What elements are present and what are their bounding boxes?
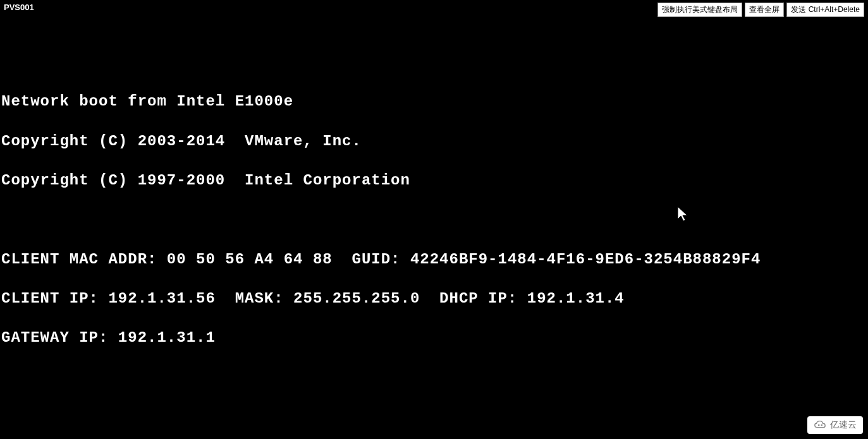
- blank-line: [1, 210, 868, 229]
- blank-line: [1, 407, 868, 426]
- svg-point-1: [821, 424, 822, 426]
- view-fullscreen-button[interactable]: 查看全屏: [745, 3, 784, 17]
- console-header-bar: PVS001 强制执行美式键盘布局 查看全屏 发送 Ctrl+Alt+Delet…: [0, 0, 868, 15]
- vmware-copyright-line: Copyright (C) 2003-2014 VMware, Inc.: [1, 131, 868, 151]
- vm-title: PVS001: [4, 3, 34, 12]
- gateway-ip-line: GATEWAY IP: 192.1.31.1: [1, 328, 868, 347]
- intel-copyright-line: Copyright (C) 1997-2000 Intel Corporatio…: [1, 171, 868, 190]
- client-ip-line: CLIENT IP: 192.1.31.56 MASK: 255.255.255…: [1, 289, 868, 308]
- blank-line: [1, 368, 868, 387]
- cloud-icon: [814, 419, 826, 431]
- network-boot-line: Network boot from Intel E1000e: [1, 92, 868, 111]
- client-mac-line: CLIENT MAC ADDR: 00 50 56 A4 64 88 GUID:…: [1, 250, 868, 269]
- send-ctrl-alt-delete-button[interactable]: 发送 Ctrl+Alt+Delete: [786, 3, 864, 17]
- watermark-badge: 亿速云: [807, 416, 863, 434]
- svg-point-0: [818, 424, 820, 426]
- header-button-group: 强制执行美式键盘布局 查看全屏 发送 Ctrl+Alt+Delete: [657, 3, 864, 17]
- enforce-us-keyboard-button[interactable]: 强制执行美式键盘布局: [657, 3, 742, 17]
- boot-console-output: Network boot from Intel E1000e Copyright…: [0, 15, 868, 439]
- watermark-text: 亿速云: [830, 419, 857, 431]
